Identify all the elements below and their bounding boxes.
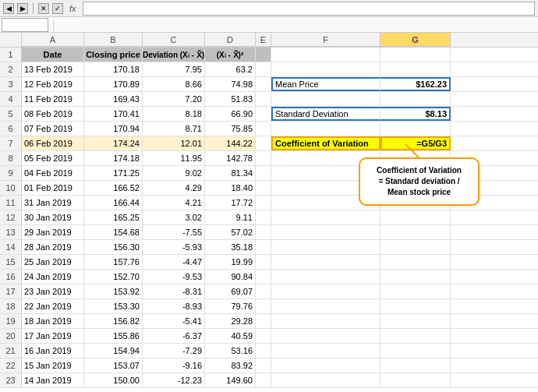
cell-17-d[interactable]: 69.07: [205, 284, 256, 298]
cell-11-c[interactable]: 4.21: [143, 196, 205, 210]
cell-3-c[interactable]: 8.66: [143, 77, 205, 91]
cell-4-a[interactable]: 11 Feb 2019: [22, 92, 84, 106]
cell-9-g[interactable]: [380, 166, 451, 180]
col-header-d[interactable]: D: [205, 33, 256, 47]
cell-15-a[interactable]: 25 Jan 2019: [22, 255, 84, 269]
cell-17-c[interactable]: -8.31: [143, 284, 205, 298]
cell-7-c[interactable]: 12.01: [143, 136, 205, 150]
cell-13-a[interactable]: 29 Jan 2019: [22, 225, 84, 239]
cell-23-a[interactable]: 14 Jan 2019: [22, 373, 84, 387]
cell-1-d[interactable]: (Xᵢ - X̄)²: [205, 48, 256, 62]
cell-23-c[interactable]: -12.23: [143, 373, 205, 387]
cell-12-d[interactable]: 9.11: [205, 210, 256, 224]
cell-2-d[interactable]: 63.2: [205, 62, 256, 76]
cell-18-c[interactable]: -8.93: [143, 299, 205, 313]
cell-18-g[interactable]: [380, 299, 451, 313]
cell-14-c[interactable]: -5.93: [143, 240, 205, 254]
cell-8-c[interactable]: 11.95: [143, 151, 205, 165]
cell-20-f[interactable]: [271, 329, 380, 343]
col-header-a[interactable]: A: [22, 33, 84, 47]
col-header-c[interactable]: C: [143, 33, 205, 47]
cell-18-d[interactable]: 79.76: [205, 299, 256, 313]
cell-6-b[interactable]: 170.94: [84, 122, 143, 136]
cell-1-g[interactable]: [380, 48, 451, 62]
cell-20-g[interactable]: [380, 329, 451, 343]
cell-14-d[interactable]: 35.18: [205, 240, 256, 254]
cell-22-g[interactable]: [380, 358, 451, 373]
cell-16-c[interactable]: -9.53: [143, 270, 205, 284]
cell-8-g[interactable]: [380, 151, 451, 165]
cell-5-b[interactable]: 170.41: [84, 107, 143, 121]
cell-13-f[interactable]: [271, 225, 380, 239]
cell-15-e[interactable]: [256, 255, 271, 269]
cell-12-g[interactable]: [380, 210, 451, 224]
cell-11-e[interactable]: [256, 196, 271, 210]
cell-21-f[interactable]: [271, 344, 380, 358]
cell-15-f[interactable]: [271, 255, 380, 269]
cell-23-b[interactable]: 150.00: [84, 373, 143, 387]
cell-23-d[interactable]: 149.60: [205, 373, 256, 387]
cell-21-b[interactable]: 154.94: [84, 344, 143, 358]
cell-7-a[interactable]: 06 Feb 2019: [22, 136, 84, 150]
cell-4-b[interactable]: 169.43: [84, 92, 143, 106]
cell-12-a[interactable]: 30 Jan 2019: [22, 210, 84, 224]
cell-3-a[interactable]: 12 Feb 2019: [22, 77, 84, 91]
cell-18-b[interactable]: 153.30: [84, 299, 143, 313]
check-btn[interactable]: ✓: [52, 3, 63, 14]
cell-21-e[interactable]: [256, 344, 271, 358]
cell-9-e[interactable]: [256, 166, 271, 180]
cell-13-g[interactable]: [380, 225, 451, 239]
cell-22-f[interactable]: [271, 358, 380, 373]
cell-21-a[interactable]: 16 Jan 2019: [22, 344, 84, 358]
cell-7-d[interactable]: 144.22: [205, 136, 256, 150]
cell-3-f[interactable]: Mean Price: [271, 77, 380, 91]
cell-16-e[interactable]: [256, 270, 271, 284]
cell-11-g[interactable]: [380, 196, 451, 210]
cell-5-d[interactable]: 66.90: [205, 107, 256, 121]
cell-20-d[interactable]: 40.59: [205, 329, 256, 343]
cell-13-b[interactable]: 154.68: [84, 225, 143, 239]
close-btn[interactable]: ✕: [38, 3, 49, 14]
cell-8-b[interactable]: 174.18: [84, 151, 143, 165]
cell-2-g[interactable]: [380, 62, 451, 76]
cell-21-g[interactable]: [380, 344, 451, 358]
cell-20-c[interactable]: -6.37: [143, 329, 205, 343]
cell-23-g[interactable]: [380, 373, 451, 387]
cell-19-f[interactable]: [271, 314, 380, 328]
cell-18-a[interactable]: 22 Jan 2019: [22, 299, 84, 313]
cell-8-d[interactable]: 142.78: [205, 151, 256, 165]
cell-11-d[interactable]: 17.72: [205, 196, 256, 210]
cell-5-c[interactable]: 8.18: [143, 107, 205, 121]
cell-2-b[interactable]: 170.18: [84, 62, 143, 76]
cell-17-b[interactable]: 153.92: [84, 284, 143, 298]
cell-8-a[interactable]: 05 Feb 2019: [22, 151, 84, 165]
cell-8-e[interactable]: [256, 151, 271, 165]
cell-2-e[interactable]: [256, 62, 271, 76]
cell-12-c[interactable]: 3.02: [143, 210, 205, 224]
cell-20-b[interactable]: 155.86: [84, 329, 143, 343]
cell-10-c[interactable]: 4.29: [143, 181, 205, 195]
cell-20-a[interactable]: 17 Jan 2019: [22, 329, 84, 343]
cell-6-c[interactable]: 8.71: [143, 122, 205, 136]
cell-19-e[interactable]: [256, 314, 271, 328]
cell-17-g[interactable]: [380, 284, 451, 298]
cell-17-f[interactable]: [271, 284, 380, 298]
cell-1-c[interactable]: Deviation (Xᵢ - X̄): [143, 48, 205, 62]
cell-6-a[interactable]: 07 Feb 2019: [22, 122, 84, 136]
cell-11-f[interactable]: [271, 196, 380, 210]
formula-bar-input[interactable]: [83, 2, 535, 16]
cell-16-f[interactable]: [271, 270, 380, 284]
cell-9-b[interactable]: 171.25: [84, 166, 143, 180]
cell-4-g[interactable]: [380, 92, 451, 106]
cell-9-c[interactable]: 9.02: [143, 166, 205, 180]
col-header-f[interactable]: F: [271, 33, 380, 47]
cell-2-c[interactable]: 7.95: [143, 62, 205, 76]
cell-9-d[interactable]: 81.34: [205, 166, 256, 180]
cell-14-e[interactable]: [256, 240, 271, 254]
back-btn[interactable]: ◀: [3, 3, 14, 14]
cell-17-a[interactable]: 23 Jan 2019: [22, 284, 84, 298]
cell-21-d[interactable]: 53.16: [205, 344, 256, 358]
cell-16-g[interactable]: [380, 270, 451, 284]
cell-1-b[interactable]: Closing price: [84, 48, 143, 62]
col-header-g[interactable]: G: [380, 33, 451, 47]
